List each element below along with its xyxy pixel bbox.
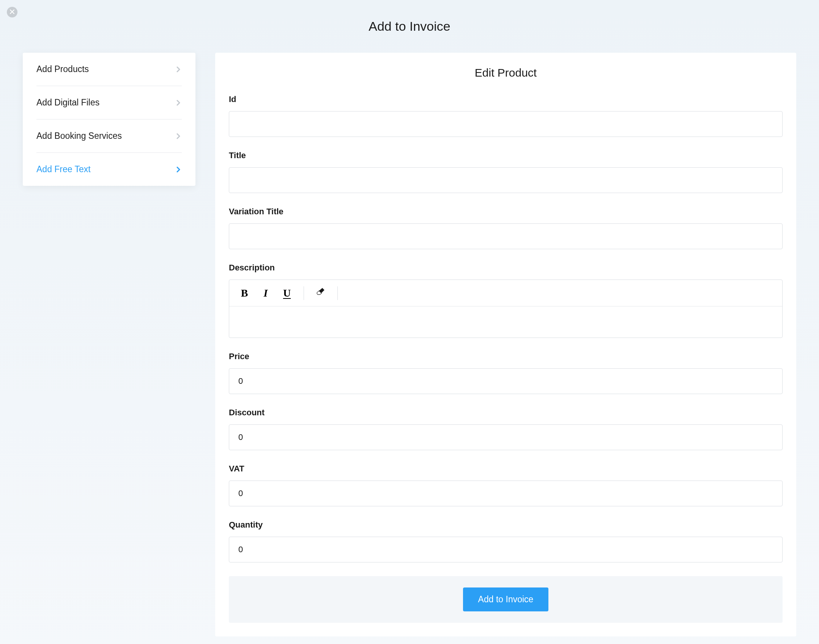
- vat-input[interactable]: [229, 481, 783, 506]
- sidebar-item-add-products[interactable]: Add Products: [36, 53, 182, 86]
- description-editor[interactable]: [229, 306, 782, 338]
- toolbar-separator: [337, 286, 338, 300]
- price-input[interactable]: [229, 368, 783, 394]
- bold-icon: B: [241, 287, 248, 299]
- description-label: Description: [229, 263, 783, 273]
- eraser-button[interactable]: [310, 280, 331, 306]
- vat-label: VAT: [229, 464, 783, 474]
- id-label: Id: [229, 94, 783, 104]
- price-label: Price: [229, 352, 783, 361]
- variation-title-label: Variation Title: [229, 207, 783, 217]
- sidebar: Add Products Add Digital Files Add Booki…: [23, 53, 195, 186]
- title-input[interactable]: [229, 167, 783, 193]
- underline-icon: U: [283, 287, 291, 299]
- sidebar-item-label: Add Digital Files: [36, 97, 99, 108]
- rich-text-editor: B I U: [229, 280, 783, 338]
- italic-button[interactable]: I: [255, 280, 276, 306]
- sidebar-item-add-booking-services[interactable]: Add Booking Services: [36, 119, 182, 153]
- chevron-right-icon: [175, 66, 182, 73]
- toolbar-separator: [304, 286, 304, 300]
- submit-row: Add to Invoice: [229, 576, 783, 623]
- chevron-right-icon: [175, 166, 182, 173]
- main-panel: Edit Product Id Title Variation Title De…: [215, 53, 796, 636]
- close-button[interactable]: [7, 7, 17, 17]
- underline-button[interactable]: U: [276, 280, 298, 306]
- chevron-right-icon: [175, 133, 182, 140]
- sidebar-item-label: Add Products: [36, 64, 89, 74]
- sidebar-item-add-free-text[interactable]: Add Free Text: [36, 153, 182, 186]
- variation-title-input[interactable]: [229, 223, 783, 249]
- id-input[interactable]: [229, 111, 783, 137]
- chevron-right-icon: [175, 99, 182, 106]
- quantity-input[interactable]: [229, 537, 783, 562]
- eraser-icon: [316, 287, 326, 299]
- sidebar-item-label: Add Booking Services: [36, 131, 122, 141]
- discount-input[interactable]: [229, 424, 783, 450]
- sidebar-item-add-digital-files[interactable]: Add Digital Files: [36, 86, 182, 119]
- close-icon: [10, 9, 14, 15]
- italic-icon: I: [264, 287, 268, 299]
- title-label: Title: [229, 151, 783, 160]
- quantity-label: Quantity: [229, 520, 783, 530]
- sidebar-item-label: Add Free Text: [36, 164, 91, 174]
- bold-button[interactable]: B: [234, 280, 255, 306]
- panel-title: Edit Product: [229, 66, 783, 79]
- modal-title: Add to Invoice: [0, 0, 819, 53]
- discount-label: Discount: [229, 408, 783, 418]
- rte-toolbar: B I U: [229, 280, 782, 306]
- add-to-invoice-button[interactable]: Add to Invoice: [463, 587, 549, 611]
